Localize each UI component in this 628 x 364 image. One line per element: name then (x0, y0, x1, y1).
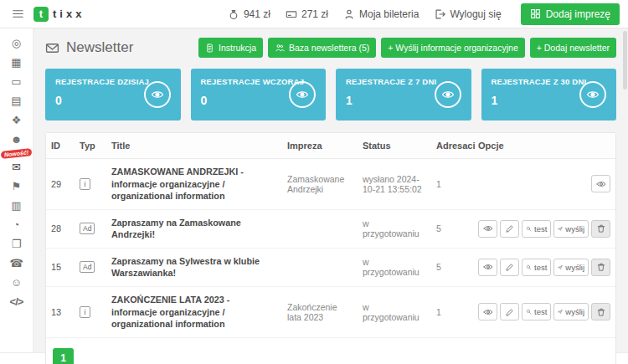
test-button[interactable]: test (522, 259, 551, 276)
row-status: w przygotowaniu (358, 248, 431, 286)
integrations-icon: </> (10, 296, 23, 307)
header-impreza: Impreza (282, 133, 358, 159)
magnifier-icon (526, 263, 532, 272)
view-button[interactable] (591, 175, 610, 192)
send-button-label: wyślij (565, 224, 584, 233)
tickets-icon: ▥ (11, 200, 21, 211)
sidebar-item-newsletter[interactable]: ✉ (3, 157, 28, 177)
header-title: Title (106, 133, 282, 159)
send-button[interactable]: wyślij (553, 303, 589, 320)
trash-icon (596, 307, 606, 317)
calendar-icon: ▦ (11, 57, 21, 68)
send-org-info-button[interactable]: + Wyślij informacje organizacyjne (381, 38, 524, 58)
stat-card: REJESTRACJE DZISIAJ 0 (45, 69, 181, 120)
instruction-button[interactable]: Instrukcja (198, 38, 263, 58)
vertical-scrollbar[interactable] (623, 31, 627, 90)
row-event (282, 209, 358, 248)
delete-button[interactable] (591, 303, 610, 320)
edit-button[interactable] (500, 303, 519, 320)
eye-icon (296, 88, 309, 101)
row-event: Zakończenie lata 2023 (282, 286, 358, 337)
main-content: Newsletter Instrukcja Baza newslettera (… (33, 28, 628, 352)
send-button-label: wyślij (565, 263, 584, 272)
dashboard-icon: ◎ (12, 38, 21, 49)
sidebar-item-dashboard[interactable]: ◎ (3, 33, 28, 53)
sidebar-item-documents[interactable]: ❐ (3, 234, 28, 254)
newsletter-table-card: ID Typ Title Impreza Status Adresaci Opc… (45, 132, 616, 364)
delete-button[interactable] (591, 259, 610, 276)
header-typ: Typ (75, 133, 106, 159)
test-button[interactable]: test (522, 220, 551, 238)
stat-card: REJESTRACJE WCZORAJ 0 (191, 69, 327, 120)
magnifier-icon (526, 307, 532, 316)
eye-icon (483, 307, 493, 317)
send-button[interactable]: wyślij (553, 259, 589, 276)
row-event: Zamaskowane Andrzejki (282, 159, 358, 210)
sidebar-item-reports[interactable]: ◔ (3, 215, 28, 234)
sidebar-item-integrations[interactable]: </> (3, 292, 28, 311)
edit-icon (505, 262, 515, 272)
stats-row: REJESTRACJE DZISIAJ 0 REJESTRACJE WCZORA… (45, 69, 616, 120)
wallet-amount: 941 zł (244, 8, 270, 20)
row-actions: testwyślij (478, 259, 610, 276)
send-icon (558, 224, 563, 233)
row-actions: testwyślij (478, 303, 610, 320)
test-button[interactable]: test (522, 303, 551, 320)
logout-link[interactable]: Wyloguj się (434, 8, 501, 20)
add-newsletter-button[interactable]: + Dodaj newsletter (530, 38, 616, 58)
table-header-row: ID Typ Title Impreza Status Adresaci Opc… (46, 133, 615, 159)
menu-toggle-button[interactable] (8, 5, 27, 23)
trash-icon (596, 223, 606, 233)
brand-logo-icon: t (33, 7, 49, 22)
stat-view-button[interactable] (579, 81, 606, 108)
grid-plus-icon (530, 8, 541, 19)
eye-icon (596, 179, 606, 189)
add-event-button[interactable]: Dodaj imprezę (521, 3, 620, 25)
row-status: wysłano 2024-10-21 13:55:02 (358, 159, 431, 210)
sidebar-item-tags[interactable]: ❖ (3, 110, 28, 130)
row-status: w przygotowaniu (358, 286, 431, 337)
eye-icon (483, 262, 493, 272)
card-balance[interactable]: 271 zł (286, 8, 328, 20)
sidebar-item-finance[interactable]: ▤ (3, 91, 28, 110)
my-ticket-office-link[interactable]: Moja bileteria (343, 8, 419, 20)
newsletter-base-button[interactable]: Baza newslettera (5) (268, 38, 376, 58)
eye-icon (483, 223, 493, 233)
wallet-balance[interactable]: 941 zł (228, 8, 270, 20)
header-status: Status (358, 133, 431, 159)
documents-icon: ❐ (12, 238, 22, 249)
type-badge: i (80, 178, 90, 190)
box-office-icon: ▭ (11, 76, 21, 87)
newsletter-icon: ✉ (12, 161, 21, 172)
delete-button[interactable] (591, 220, 610, 238)
stat-view-button[interactable] (435, 81, 461, 108)
contact-icon: ☎ (9, 258, 23, 269)
table-row: 15 Ad Zapraszamy na Sylwestra w klubie W… (46, 248, 615, 286)
brand-logo[interactable]: t tixx (33, 7, 85, 22)
logout-label: Wyloguj się (450, 8, 501, 20)
my-ticket-office-label: Moja bileteria (359, 8, 419, 20)
sidebar-item-calendar[interactable]: ▦ (3, 53, 28, 72)
sidebar-item-account[interactable]: ☻ (3, 130, 28, 149)
sidebar-item-box-office[interactable]: ▭ (3, 72, 28, 91)
sidebar-item-users[interactable]: ☺ (3, 273, 28, 292)
row-event (282, 248, 358, 286)
view-button[interactable] (478, 220, 497, 238)
sidebar-item-marketing[interactable]: ⚑ (3, 177, 28, 196)
stat-view-button[interactable] (289, 81, 316, 108)
view-button[interactable] (478, 259, 497, 276)
stat-view-button[interactable] (144, 81, 171, 108)
test-button-label: test (534, 263, 547, 272)
account-icon: ☻ (11, 134, 23, 145)
pagination-page-1-button[interactable]: 1 (53, 348, 74, 364)
row-actions (478, 175, 610, 192)
row-title: ZAKOŃCZENIE LATA 2023 - informacje organ… (106, 286, 282, 337)
edit-button[interactable] (500, 220, 519, 238)
sidebar-item-tickets[interactable]: ▥ (3, 196, 28, 215)
edit-button[interactable] (500, 259, 519, 276)
type-badge: i (80, 306, 90, 318)
send-button[interactable]: wyślij (553, 220, 589, 238)
view-button[interactable] (478, 303, 497, 320)
reports-icon: ◔ (13, 219, 20, 230)
sidebar-item-contact[interactable]: ☎ (3, 254, 28, 273)
